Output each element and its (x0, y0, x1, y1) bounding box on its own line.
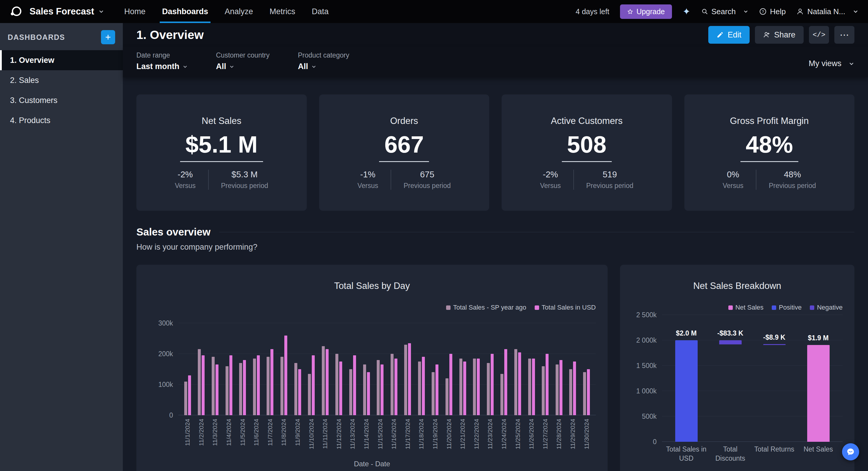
bar[interactable] (491, 354, 494, 415)
bar[interactable] (445, 378, 448, 415)
sidebar-item[interactable]: 3. Customers (0, 90, 123, 111)
bar[interactable] (271, 349, 273, 415)
bar[interactable] (312, 355, 315, 415)
bar[interactable] (239, 363, 242, 415)
chat-widget-button[interactable] (842, 443, 859, 460)
bar[interactable] (391, 354, 394, 415)
my-views-label: My views (809, 59, 841, 68)
search-button[interactable]: Search (701, 7, 748, 16)
more-options-button[interactable]: ⋯ (834, 26, 855, 44)
bar[interactable] (335, 354, 338, 415)
help-button[interactable]: ? Help (759, 7, 786, 16)
share-button[interactable]: Share (755, 26, 804, 44)
bar[interactable] (339, 362, 342, 415)
filter-dropdown[interactable]: All (216, 62, 270, 71)
bar[interactable] (216, 365, 218, 415)
bar[interactable] (380, 365, 383, 415)
bar[interactable] (569, 369, 572, 415)
nav-item-home[interactable]: Home (124, 0, 146, 23)
edit-button[interactable]: Edit (708, 26, 750, 44)
my-views-dropdown[interactable]: My views (809, 59, 855, 68)
bar[interactable] (284, 336, 287, 415)
nav-item-dashboards[interactable]: Dashboards (162, 0, 208, 23)
bar[interactable] (487, 363, 490, 415)
waterfall-bar[interactable] (719, 340, 742, 344)
filter-dropdown[interactable]: Last month (136, 62, 188, 71)
bar[interactable] (198, 349, 201, 415)
waterfall-bar[interactable] (763, 344, 786, 345)
waterfall-bar[interactable] (807, 345, 830, 442)
bar[interactable] (349, 369, 352, 415)
nav-item-data[interactable]: Data (312, 0, 329, 23)
sidebar-item[interactable]: 2. Sales (0, 70, 123, 90)
bar[interactable] (559, 360, 562, 415)
bar[interactable] (253, 358, 256, 415)
bar[interactable] (367, 372, 370, 415)
bar[interactable] (477, 358, 480, 415)
sidebar-item[interactable]: 1. Overview (0, 50, 123, 70)
ai-assistant-icon[interactable]: ✦ (683, 6, 690, 17)
bar[interactable] (188, 375, 191, 415)
filter-dropdown[interactable]: All (298, 62, 349, 71)
bar[interactable] (267, 357, 270, 415)
bar-group (249, 323, 264, 415)
bar[interactable] (404, 345, 407, 415)
bar[interactable] (225, 366, 228, 415)
sidebar-item[interactable]: 4. Products (0, 111, 123, 130)
bar[interactable] (450, 354, 452, 415)
legend-item[interactable]: Total Sales in USD (535, 304, 596, 311)
add-dashboard-button[interactable] (101, 30, 115, 44)
legend-item[interactable]: Positive (772, 304, 802, 311)
bar[interactable] (308, 374, 311, 415)
bar[interactable] (294, 363, 297, 415)
bar[interactable] (514, 349, 517, 415)
embed-code-button[interactable]: </> (809, 26, 829, 44)
workspace-switcher[interactable]: Sales Forecast (30, 0, 104, 23)
legend-item[interactable]: Total Sales - SP year ago (446, 304, 526, 311)
bar[interactable] (422, 357, 425, 415)
bar[interactable] (432, 372, 435, 415)
bar[interactable] (573, 362, 576, 415)
bar[interactable] (463, 362, 466, 415)
bar[interactable] (418, 362, 421, 415)
upgrade-button[interactable]: Upgrade (620, 4, 672, 19)
bar[interactable] (280, 357, 283, 415)
bar[interactable] (353, 355, 356, 415)
bar[interactable] (542, 366, 545, 415)
bar[interactable] (518, 352, 521, 415)
x-tick: 11/13/2024 (346, 419, 360, 459)
bar[interactable] (459, 358, 462, 415)
bar[interactable] (184, 382, 187, 415)
bar[interactable] (546, 354, 549, 415)
kpi-delta-label: Versus (175, 182, 195, 190)
bar[interactable] (298, 369, 301, 415)
legend-item[interactable]: Negative (810, 304, 843, 311)
bar[interactable] (229, 355, 232, 415)
bar[interactable] (435, 365, 438, 415)
bar[interactable] (363, 365, 366, 415)
bar[interactable] (377, 360, 380, 415)
bar[interactable] (202, 355, 205, 415)
bar[interactable] (395, 358, 397, 415)
bar[interactable] (583, 372, 586, 415)
bar[interactable] (243, 360, 246, 415)
bar[interactable] (212, 357, 215, 415)
waterfall-bar[interactable] (675, 340, 698, 442)
bar[interactable] (326, 349, 329, 415)
bar[interactable] (587, 369, 590, 415)
bar[interactable] (257, 355, 260, 415)
nav-item-analyze[interactable]: Analyze (225, 0, 253, 23)
app-logo-icon[interactable] (9, 0, 24, 23)
bar[interactable] (528, 358, 531, 415)
bar[interactable] (504, 349, 507, 415)
bar[interactable] (473, 358, 476, 415)
nav-item-metrics[interactable]: Metrics (270, 0, 295, 23)
bar[interactable] (408, 343, 411, 415)
user-menu[interactable]: Natalia N... (796, 7, 859, 16)
legend-item[interactable]: Net Sales (728, 304, 764, 311)
bar[interactable] (556, 365, 559, 415)
kpi-value-wrap: 48% (684, 126, 855, 162)
bar[interactable] (322, 346, 325, 415)
bar[interactable] (532, 358, 535, 415)
bar[interactable] (500, 374, 503, 415)
